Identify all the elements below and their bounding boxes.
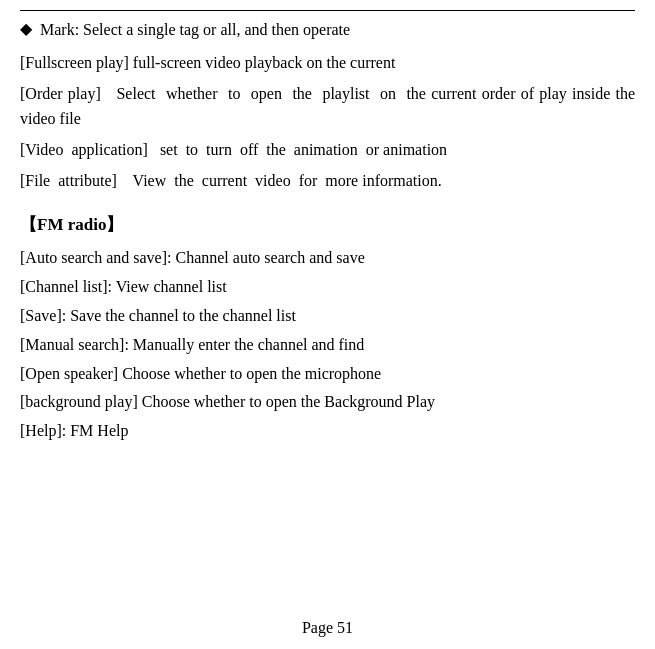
mark-line: ◆ Mark: Select a single tag or all, and … — [20, 19, 635, 41]
mark-text: Mark: Select a single tag or all, and th… — [40, 19, 350, 41]
video-app-desc: set to turn off the animation or animati… — [152, 141, 447, 158]
fm-item-help: [Help]: FM Help — [20, 419, 635, 444]
fm-item-save: [Save]: Save the channel to the channel … — [20, 304, 635, 329]
order-label: [Order play] — [20, 85, 101, 102]
fm-item-channel-list: [Channel list]: View channel list — [20, 275, 635, 300]
fm-items-list: [Auto search and save]: Channel auto sea… — [20, 246, 635, 448]
fm-item-manual-search: [Manual search]: Manually enter the chan… — [20, 333, 635, 358]
fm-item-background-play: [background play] Choose whether to open… — [20, 390, 635, 415]
fm-item-open-speaker: [Open speaker] Choose whether to open th… — [20, 362, 635, 387]
page-container: ◆ Mark: Select a single tag or all, and … — [0, 0, 655, 649]
fullscreen-label: [Fullscreen play] — [20, 54, 129, 71]
fm-radio-header: 【FM radio】 — [20, 213, 635, 236]
bullet-icon: ◆ — [20, 19, 32, 38]
file-attr-section: [File attribute] View the current video … — [20, 169, 635, 194]
page-number: Page 51 — [0, 619, 655, 637]
file-attr-desc: View the current video for more informat… — [121, 172, 442, 189]
order-desc: Select whether to open the playlist on t… — [20, 85, 635, 127]
top-divider — [20, 10, 635, 11]
fullscreen-section: [Fullscreen play] full-screen video play… — [20, 51, 635, 76]
file-attr-label: [File attribute] — [20, 172, 117, 189]
fm-item-auto-search: [Auto search and save]: Channel auto sea… — [20, 246, 635, 271]
order-section: [Order play] Select whether to open the … — [20, 82, 635, 132]
video-app-section: [Video application] set to turn off the … — [20, 138, 635, 163]
fm-radio-title: 【FM radio】 — [20, 215, 123, 234]
video-app-label: [Video application] — [20, 141, 148, 158]
fullscreen-desc: full-screen video playback on the curren… — [133, 54, 396, 71]
